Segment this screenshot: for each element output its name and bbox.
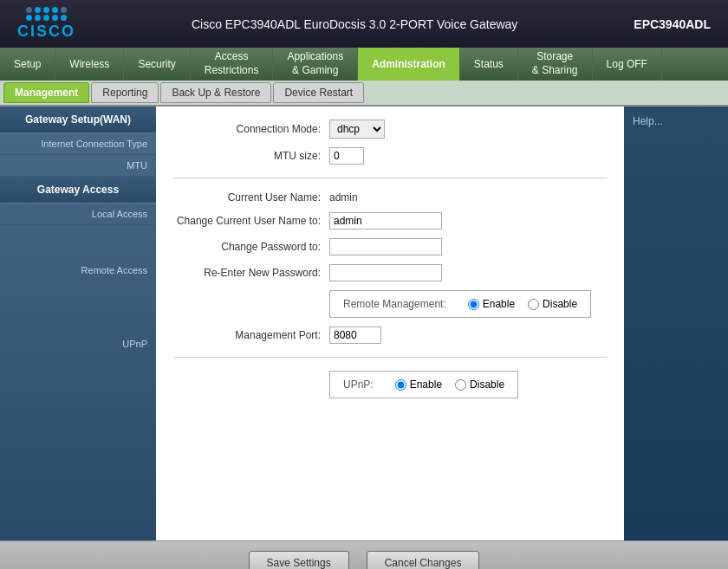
reenter-password-label: Re-Enter New Password: <box>173 267 329 279</box>
change-username-row: Change Current User Name to: <box>173 212 607 230</box>
main-nav: Setup Wireless Security AccessRestrictio… <box>0 48 728 81</box>
change-password-label: Change Password to: <box>173 241 329 253</box>
mtu-size-input[interactable] <box>329 147 364 165</box>
dot6 <box>26 15 32 21</box>
sidebar-item-local-access[interactable]: Local Access <box>0 204 156 225</box>
device-title: Cisco EPC3940ADL EuroDocsis 3.0 2-PORT V… <box>75 17 634 31</box>
cisco-wordmark: CISCO <box>17 23 75 41</box>
change-password-row: Change Password to: <box>173 238 607 255</box>
divider-2 <box>173 357 607 358</box>
sub-nav-reporting[interactable]: Reporting <box>91 82 159 103</box>
sidebar-section-gateway-access: Gateway Access <box>0 177 156 204</box>
dot8 <box>43 15 49 21</box>
connection-mode-label: Connection Mode: <box>173 123 329 135</box>
dot10 <box>61 15 67 21</box>
change-username-input[interactable] <box>329 212 442 230</box>
nav-item-storage-sharing[interactable]: Storage& Sharing <box>518 48 593 81</box>
device-model: EPC3940ADL <box>634 17 711 31</box>
upnp-row: UPnP: Enable Disable <box>173 371 607 398</box>
remote-management-row: Remote Management: Enable Disable <box>173 290 607 318</box>
remote-disable-option[interactable]: Disable <box>528 298 577 310</box>
help-label: Help... <box>633 115 719 127</box>
dot1 <box>26 7 32 13</box>
nav-item-logoff[interactable]: Log OFF <box>593 48 662 81</box>
remote-disable-radio[interactable] <box>528 299 539 310</box>
dot5 <box>61 7 67 13</box>
management-port-input[interactable] <box>329 327 381 344</box>
reenter-password-row: Re-Enter New Password: <box>173 264 607 281</box>
management-port-row: Management Port: <box>173 327 607 344</box>
nav-item-wireless[interactable]: Wireless <box>55 48 124 81</box>
current-user-label: Current User Name: <box>173 191 329 204</box>
sidebar-item-upnp[interactable]: UPnP <box>0 333 156 355</box>
sub-nav-device-restart[interactable]: Device Restart <box>273 82 364 103</box>
upnp-group: UPnP: Enable Disable <box>329 371 518 398</box>
dot2 <box>35 7 41 13</box>
dot7 <box>35 15 41 21</box>
change-password-input[interactable] <box>329 238 442 255</box>
sub-nav-management[interactable]: Management <box>3 82 89 103</box>
nav-item-administration[interactable]: Administration <box>358 48 460 81</box>
dot4 <box>52 7 58 13</box>
content-area: Connection Mode: dhcp static pppoe MTU s… <box>156 107 624 540</box>
upnp-enable-label: Enable <box>410 378 442 391</box>
upnp-enable-option[interactable]: Enable <box>395 378 442 391</box>
sub-nav: Management Reporting Back Up & Restore D… <box>0 81 728 107</box>
help-panel: Help... <box>624 107 728 540</box>
sub-nav-backup-restore[interactable]: Back Up & Restore <box>160 82 271 103</box>
divider-1 <box>173 178 607 178</box>
remote-enable-option[interactable]: Enable <box>468 298 515 310</box>
remote-disable-label: Disable <box>543 298 577 310</box>
upnp-disable-radio[interactable] <box>455 379 466 391</box>
cisco-logo: CISCO <box>17 7 75 41</box>
nav-item-setup[interactable]: Setup <box>0 48 55 81</box>
connection-mode-select[interactable]: dhcp static pppoe <box>329 120 385 139</box>
sidebar-item-mtu[interactable]: MTU <box>0 155 156 177</box>
connection-mode-row: Connection Mode: dhcp static pppoe <box>173 120 607 139</box>
upnp-title: UPnP: <box>343 378 374 391</box>
cancel-button[interactable]: Cancel Changes <box>367 551 480 570</box>
sidebar-item-remote-access[interactable]: Remote Access <box>0 260 156 281</box>
header: CISCO Cisco EPC3940ADL EuroDocsis 3.0 2-… <box>0 0 728 48</box>
current-user-row: Current User Name: admin <box>173 191 607 204</box>
management-port-label: Management Port: <box>173 329 329 341</box>
remote-enable-label: Enable <box>483 298 515 310</box>
current-user-value: admin <box>329 191 358 204</box>
footer-bar: Save Settings Cancel Changes <box>0 540 728 569</box>
reenter-password-input[interactable] <box>329 264 442 281</box>
upnp-disable-label: Disable <box>470 378 504 391</box>
save-button[interactable]: Save Settings <box>249 551 349 570</box>
remote-management-group: Remote Management: Enable Disable <box>329 290 591 318</box>
nav-item-applications-gaming[interactable]: Applications& Gaming <box>273 48 358 81</box>
upnp-enable-radio[interactable] <box>395 379 406 391</box>
mtu-size-row: MTU size: <box>173 147 607 165</box>
sidebar-item-internet-connection-type[interactable]: Internet Connection Type <box>0 133 156 155</box>
change-username-label: Change Current User Name to: <box>173 215 329 227</box>
sidebar: Gateway Setup(WAN) Internet Connection T… <box>0 107 156 540</box>
sidebar-section-gateway-setup: Gateway Setup(WAN) <box>0 107 156 133</box>
remote-enable-radio[interactable] <box>468 299 479 310</box>
nav-item-status[interactable]: Status <box>460 48 518 81</box>
cisco-dots-icon <box>26 7 68 21</box>
dot3 <box>43 7 49 13</box>
dot9 <box>52 15 58 21</box>
remote-management-title: Remote Management: <box>343 298 446 310</box>
upnp-disable-option[interactable]: Disable <box>455 378 504 391</box>
nav-item-access-restrictions[interactable]: AccessRestrictions <box>191 48 274 81</box>
mtu-size-label: MTU size: <box>173 150 329 162</box>
nav-item-security[interactable]: Security <box>124 48 190 81</box>
main-area: Gateway Setup(WAN) Internet Connection T… <box>0 107 728 540</box>
